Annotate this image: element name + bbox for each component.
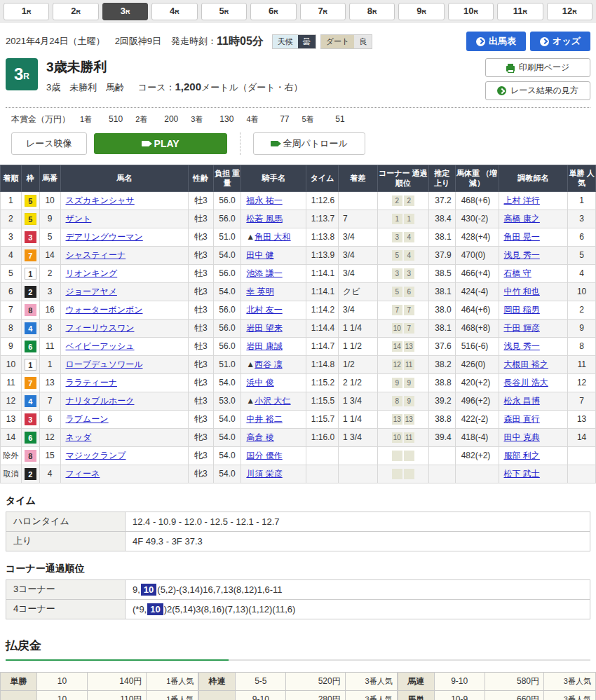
trainer-name-link[interactable]: 森田 直行 xyxy=(504,414,540,424)
trainer-name-link[interactable]: 石橋 守 xyxy=(504,268,531,278)
trainer-name-link[interactable]: 松永 昌博 xyxy=(504,396,540,406)
jockey-cell: 幸 英明 xyxy=(241,282,306,301)
results-guide-button[interactable]: レース結果の見方 xyxy=(485,81,590,100)
race-title: 3歳未勝利 xyxy=(46,58,303,76)
results-table-body: 1510スズカキンシャサ牡356.0福永 祐一1:12.62237.2468(+… xyxy=(1,191,596,483)
horse-name-link[interactable]: ラブムーン xyxy=(66,414,109,424)
entries-button[interactable]: 出馬表 xyxy=(466,32,526,51)
time-cell: 1:13.9 xyxy=(306,246,339,264)
horse-name-link[interactable]: フィーリウスワン xyxy=(66,323,135,333)
tab-suffix: R xyxy=(372,8,377,15)
trainer-name-link[interactable]: 田中 克典 xyxy=(504,432,540,442)
horse-name-link[interactable]: デアリングウーマン xyxy=(66,232,143,242)
trainer-name-link[interactable]: 長谷川 浩大 xyxy=(504,378,548,387)
trainer-name-link[interactable]: 中竹 和也 xyxy=(504,287,540,296)
horse-name-cell: ローブデュソワール xyxy=(60,355,188,373)
horse-name-link[interactable]: フィーネ xyxy=(66,469,100,479)
horse-name-link[interactable]: ウォーターボンボン xyxy=(66,305,143,315)
trainer-name-link[interactable]: 高橋 康之 xyxy=(504,214,540,224)
last-3f-cell: 38.0 xyxy=(428,301,455,319)
prize-place: 5着 xyxy=(302,115,314,123)
patrol-video-button[interactable]: 全周パトロール xyxy=(253,132,365,155)
tab-9r[interactable]: 9R xyxy=(398,3,444,20)
tab-3r[interactable]: 3R xyxy=(102,3,148,20)
video-camera-icon xyxy=(142,141,149,146)
corner-order-text: (*9, xyxy=(133,604,147,615)
bracket-number: 1 xyxy=(25,268,36,280)
trainer-name-link[interactable]: 浅見 秀一 xyxy=(504,341,540,351)
corner-order-cell: 1011 xyxy=(377,428,428,446)
jockey-name-link[interactable]: 幸 英明 xyxy=(246,287,273,296)
tab-5r[interactable]: 5R xyxy=(201,3,247,20)
print-page-button[interactable]: 印刷用ページ xyxy=(485,58,590,77)
finish-position: 取消 xyxy=(3,469,18,478)
jockey-name-link[interactable]: 角田 大和 xyxy=(255,232,290,242)
horse-name-link[interactable]: ジョーアヤメ xyxy=(66,287,117,296)
horse-name-link[interactable]: ララティーナ xyxy=(66,378,117,387)
horse-number-cell: 3 xyxy=(39,282,60,301)
column-header: 馬体重 （増減） xyxy=(455,165,499,192)
jockey-name-link[interactable]: 福永 祐一 xyxy=(246,195,282,205)
horse-name-link[interactable]: ベイビーアッシュ xyxy=(66,341,135,351)
meeting-info: 2回阪神9日 xyxy=(115,35,161,48)
jockey-name-link[interactable]: 国分 優作 xyxy=(246,451,282,460)
horse-name-link[interactable]: マジックランプ xyxy=(66,451,126,460)
race-video-button[interactable]: レース映像 xyxy=(11,132,87,155)
tab-suffix: R xyxy=(273,8,278,15)
tab-2r[interactable]: 2R xyxy=(53,3,98,20)
jockey-name-link[interactable]: 西谷 凜 xyxy=(255,359,282,369)
jockey-name-link[interactable]: 高倉 稜 xyxy=(246,432,273,442)
odds-button[interactable]: オッズ xyxy=(530,32,590,51)
winner-highlight: 10 xyxy=(147,603,163,615)
horse-weight-cell: 468(+6) xyxy=(455,191,499,210)
jockey-name-link[interactable]: 中井 裕二 xyxy=(246,414,282,424)
play-button[interactable]: PLAY xyxy=(94,133,227,154)
corner-order-cell: 33 xyxy=(377,264,428,282)
jockey-name-link[interactable]: 岩田 康誠 xyxy=(246,341,282,351)
tab-11r[interactable]: 11R xyxy=(497,3,543,20)
jockey-name-link[interactable]: 松若 風馬 xyxy=(246,214,282,224)
payout-row: 枠連5-5520円3番人気 xyxy=(199,672,397,690)
horse-name-link[interactable]: シャスティーナ xyxy=(66,250,126,260)
trainer-name-link[interactable]: 浅見 秀一 xyxy=(504,250,540,260)
trainer-name-link[interactable]: 上村 洋行 xyxy=(504,195,540,205)
corner-row: 3コーナー9,10(5,2)-(3,14)16,7,13(8,12)1,6-11 xyxy=(6,579,590,599)
jockey-name-link[interactable]: 北村 友一 xyxy=(246,305,282,315)
tab-7r[interactable]: 7R xyxy=(300,3,346,20)
tab-12r[interactable]: 12R xyxy=(547,3,592,20)
trainer-name-link[interactable]: 服部 利之 xyxy=(504,451,540,460)
trainer-name-link[interactable]: 千田 輝彦 xyxy=(504,323,540,333)
trainer-name-link[interactable]: 松下 武士 xyxy=(504,469,540,479)
win-popularity-cell: 2 xyxy=(568,301,596,319)
jockey-name-link[interactable]: 岩田 望来 xyxy=(246,323,282,333)
jockey-name-link[interactable]: 小沢 大仁 xyxy=(255,396,290,406)
trainer-cell: 服部 利之 xyxy=(499,446,568,465)
tab-8r[interactable]: 8R xyxy=(349,3,395,20)
time-row-label: 上り xyxy=(6,531,126,551)
horse-name-link[interactable]: ナリタブルホーク xyxy=(66,396,135,406)
corner-row-value: 9,10(5,2)-(3,14)16,7,13(8,12)1,6-11 xyxy=(126,579,590,599)
time-cell: 1:15.5 xyxy=(306,392,339,410)
tab-4r[interactable]: 4R xyxy=(151,3,197,20)
horse-name-link[interactable]: ローブデュソワール xyxy=(66,359,143,369)
horse-name-link[interactable]: リオンキング xyxy=(66,268,118,278)
jockey-name-link[interactable]: 浜中 俊 xyxy=(246,378,273,387)
trainer-name-link[interactable]: 角田 晃一 xyxy=(504,232,540,242)
track-label: ダート xyxy=(321,35,355,48)
margin-cell: 1 3/4 xyxy=(339,428,378,446)
horse-name-link[interactable]: ザント xyxy=(66,214,92,224)
tab-10r[interactable]: 10R xyxy=(448,3,494,20)
sex-age-cell: 牝3 xyxy=(188,428,213,446)
horse-name-link[interactable]: スズカキンシャサ xyxy=(66,195,135,205)
tab-1r[interactable]: 1R xyxy=(4,3,49,20)
sex-age-cell: 牝3 xyxy=(188,355,213,373)
payout-amount: 580円 xyxy=(485,672,543,690)
finish-position-cell: 8 xyxy=(1,319,22,337)
jockey-name-link[interactable]: 田中 健 xyxy=(246,250,273,260)
horse-name-link[interactable]: ネッダ xyxy=(66,432,92,442)
jockey-name-link[interactable]: 池添 謙一 xyxy=(246,268,282,278)
trainer-name-link[interactable]: 大根田 裕之 xyxy=(504,359,548,369)
tab-6r[interactable]: 6R xyxy=(250,3,296,20)
jockey-name-link[interactable]: 川須 栄彦 xyxy=(246,469,282,479)
trainer-name-link[interactable]: 岡田 稲男 xyxy=(504,305,540,315)
